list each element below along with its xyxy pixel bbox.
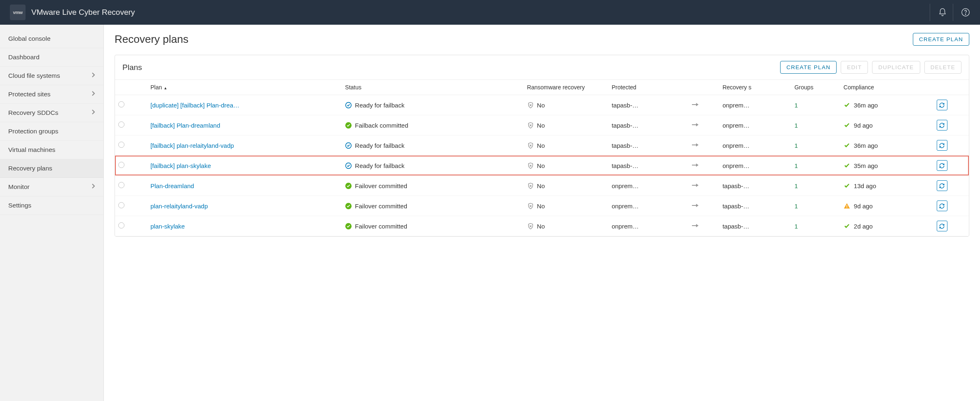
ransom-text: No xyxy=(537,162,545,169)
col-plan[interactable]: Plan▲ xyxy=(147,80,342,95)
col-groups[interactable]: Groups xyxy=(791,80,840,95)
refresh-button[interactable] xyxy=(937,120,947,131)
chevron-right-icon xyxy=(91,183,95,191)
col-protected[interactable]: Protected xyxy=(608,80,689,95)
row-select-radio[interactable] xyxy=(118,202,124,208)
sidebar-item-dashboard[interactable]: Dashboard xyxy=(0,48,103,67)
plan-name-link[interactable]: plan-skylake xyxy=(150,223,185,230)
arrow-right-icon xyxy=(689,156,719,176)
panel-edit-button[interactable]: EDIT xyxy=(841,61,868,74)
plan-name-link[interactable]: [failback] Plan-dreamland xyxy=(150,122,220,129)
refresh-button[interactable] xyxy=(937,180,947,191)
shield-icon xyxy=(527,122,534,129)
create-plan-button[interactable]: CREATE PLAN xyxy=(913,33,969,46)
plans-table: Plan▲ Status Ransomware recovery Protect… xyxy=(115,80,969,236)
sidebar-item-protected-sites[interactable]: Protected sites xyxy=(0,85,103,104)
row-select-radio[interactable] xyxy=(118,101,124,107)
plan-name-link[interactable]: [duplicate] [failback] Plan-drea… xyxy=(150,102,239,109)
groups-count: 1 xyxy=(795,142,798,149)
sidebar-item-label: Settings xyxy=(8,202,31,209)
groups-count: 1 xyxy=(795,203,798,210)
panel-duplicate-button[interactable]: DUPLICATE xyxy=(872,61,920,74)
panel-create-button[interactable]: CREATE PLAN xyxy=(780,61,837,74)
table-row[interactable]: Plan-dreamlandFailover committedNoonprem… xyxy=(115,176,969,196)
sidebar-item-virtual-machines[interactable]: Virtual machines xyxy=(0,141,103,159)
sidebar-item-global-console[interactable]: Global console xyxy=(0,30,103,48)
status-text: Failover committed xyxy=(355,223,407,230)
refresh-button[interactable] xyxy=(937,200,947,211)
help-icon[interactable] xyxy=(953,4,970,21)
recovery-text: onprem… xyxy=(719,156,791,176)
sidebar-item-protection-groups[interactable]: Protection groups xyxy=(0,122,103,141)
protected-text: onprem… xyxy=(608,216,689,236)
check-icon xyxy=(844,162,851,169)
compliance-text: 2d ago xyxy=(854,223,873,230)
col-ransomware[interactable]: Ransomware recovery xyxy=(524,80,608,95)
sidebar-item-monitor[interactable]: Monitor xyxy=(0,178,103,196)
table-row[interactable]: [duplicate] [failback] Plan-drea…Ready f… xyxy=(115,95,969,115)
refresh-button[interactable] xyxy=(937,221,947,231)
sidebar-item-cloud-file-systems[interactable]: Cloud file systems xyxy=(0,67,103,85)
shield-icon xyxy=(527,162,534,169)
protected-text: onprem… xyxy=(608,176,689,196)
protected-text: onprem… xyxy=(608,196,689,216)
sidebar-item-label: Virtual machines xyxy=(8,146,55,154)
status-text: Ready for failback xyxy=(355,142,404,149)
row-select-radio[interactable] xyxy=(118,121,124,128)
table-row[interactable]: plan-skylakeFailover committedNoonprem…t… xyxy=(115,216,969,236)
col-status[interactable]: Status xyxy=(342,80,524,95)
sidebar-item-recovery-sddcs[interactable]: Recovery SDDCs xyxy=(0,104,103,122)
compliance-text: 9d ago xyxy=(854,122,873,129)
svg-rect-8 xyxy=(847,205,848,207)
refresh-button[interactable] xyxy=(937,100,947,110)
table-row[interactable]: [failback] Plan-dreamlandFailback commit… xyxy=(115,115,969,135)
recovery-text: tapasb-… xyxy=(719,176,791,196)
refresh-button[interactable] xyxy=(937,160,947,171)
row-select-radio[interactable] xyxy=(118,142,124,148)
svg-point-1 xyxy=(965,14,966,14)
sidebar-item-settings[interactable]: Settings xyxy=(0,196,103,215)
shield-icon xyxy=(527,203,534,210)
sidebar-item-label: Cloud file systems xyxy=(8,72,60,79)
shield-icon xyxy=(527,142,534,149)
col-compliance[interactable]: Compliance xyxy=(840,80,933,95)
arrow-right-icon xyxy=(689,115,719,135)
arrow-right-icon xyxy=(689,196,719,216)
shield-icon xyxy=(527,102,534,109)
status-icon xyxy=(345,142,352,149)
compliance-text: 36m ago xyxy=(854,102,878,109)
row-select-radio[interactable] xyxy=(118,182,124,188)
sidebar-item-label: Protected sites xyxy=(8,91,51,98)
ransom-text: No xyxy=(537,182,545,189)
chevron-right-icon xyxy=(91,72,95,79)
compliance-text: 9d ago xyxy=(854,203,873,210)
status-icon xyxy=(345,223,352,230)
plan-name-link[interactable]: [failback] plan-relaityland-vadp xyxy=(150,142,234,149)
plan-name-link[interactable]: Plan-dreamland xyxy=(150,182,194,189)
recovery-text: onprem… xyxy=(719,95,791,115)
bell-icon[interactable] xyxy=(930,4,947,21)
compliance-text: 36m ago xyxy=(854,142,878,149)
recovery-text: tapasb-… xyxy=(719,216,791,236)
ransom-text: No xyxy=(537,102,545,109)
ransom-text: No xyxy=(537,223,545,230)
plan-name-link[interactable]: plan-relaityland-vadp xyxy=(150,203,208,210)
col-recovery[interactable]: Recovery s xyxy=(719,80,791,95)
table-row[interactable]: [failback] plan-relaityland-vadpReady fo… xyxy=(115,135,969,156)
plan-name-link[interactable]: [failback] plan-skylake xyxy=(150,162,211,169)
chevron-right-icon xyxy=(91,109,95,117)
status-text: Failover committed xyxy=(355,203,407,210)
row-select-radio[interactable] xyxy=(118,222,124,228)
ransom-text: No xyxy=(537,203,545,210)
row-select-radio[interactable] xyxy=(118,162,124,168)
compliance-text: 13d ago xyxy=(854,182,876,189)
sidebar-item-recovery-plans[interactable]: Recovery plans xyxy=(0,159,103,178)
recovery-text: tapasb-… xyxy=(719,196,791,216)
status-icon xyxy=(345,102,352,109)
arrow-right-icon xyxy=(689,95,719,115)
table-row[interactable]: plan-relaityland-vadpFailover committedN… xyxy=(115,196,969,216)
refresh-button[interactable] xyxy=(937,140,947,151)
arrow-right-icon xyxy=(689,216,719,236)
table-row[interactable]: [failback] plan-skylakeReady for failbac… xyxy=(115,156,969,176)
panel-delete-button[interactable]: DELETE xyxy=(924,61,961,74)
